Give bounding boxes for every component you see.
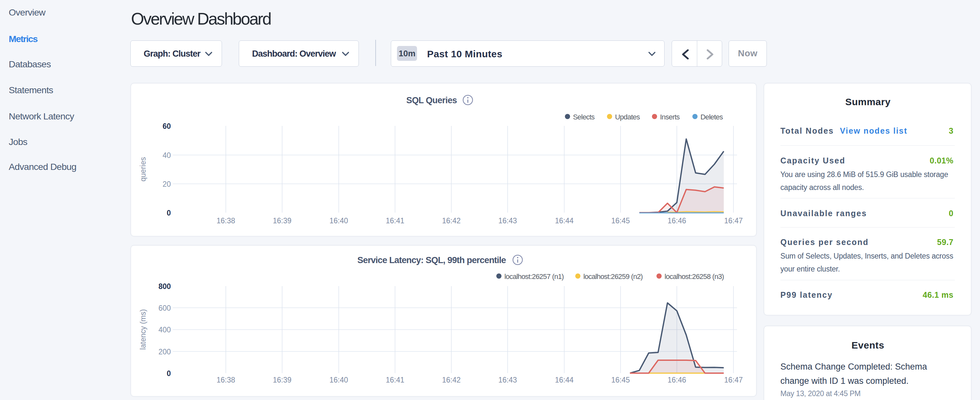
svg-text:queries: queries <box>139 157 147 181</box>
svg-text:800: 800 <box>159 282 171 291</box>
svg-text:16:46: 16:46 <box>667 376 686 384</box>
svg-text:16:41: 16:41 <box>386 376 404 384</box>
svg-text:latency (ms): latency (ms) <box>139 309 147 349</box>
svg-text:localhost:26258 (n3): localhost:26258 (n3) <box>665 273 724 280</box>
svg-text:20: 20 <box>162 180 171 188</box>
svg-text:16:40: 16:40 <box>329 376 348 384</box>
svg-text:40: 40 <box>162 151 171 159</box>
svg-text:localhost:26257 (n1): localhost:26257 (n1) <box>504 273 563 280</box>
svg-text:16:38: 16:38 <box>216 217 235 225</box>
svg-text:16:44: 16:44 <box>555 376 574 384</box>
svg-text:Selects: Selects <box>573 113 595 121</box>
svg-text:16:39: 16:39 <box>273 217 291 225</box>
svg-text:400: 400 <box>159 325 171 334</box>
svg-text:16:38: 16:38 <box>216 376 235 384</box>
svg-text:60: 60 <box>162 122 171 131</box>
svg-text:Deletes: Deletes <box>700 113 723 121</box>
svg-text:16:42: 16:42 <box>442 376 461 384</box>
svg-text:Service Latency: SQL, 99th per: Service Latency: SQL, 99th percentile <box>358 255 506 265</box>
svg-text:600: 600 <box>159 304 171 312</box>
svg-text:16:41: 16:41 <box>386 217 404 225</box>
svg-text:localhost:26259 (n2): localhost:26259 (n2) <box>583 273 643 280</box>
svg-text:Inserts: Inserts <box>660 113 680 121</box>
svg-text:16:43: 16:43 <box>498 376 517 384</box>
svg-text:Updates: Updates <box>615 113 640 121</box>
svg-text:200: 200 <box>159 347 171 356</box>
svg-text:SQL Queries: SQL Queries <box>406 96 457 105</box>
svg-text:16:44: 16:44 <box>555 217 574 225</box>
svg-text:0: 0 <box>167 209 171 217</box>
svg-text:0: 0 <box>167 369 171 378</box>
svg-text:16:47: 16:47 <box>724 217 743 225</box>
svg-text:16:39: 16:39 <box>273 376 291 384</box>
svg-text:16:45: 16:45 <box>611 376 630 384</box>
svg-text:16:47: 16:47 <box>724 376 743 384</box>
svg-text:16:46: 16:46 <box>667 217 686 225</box>
svg-text:16:40: 16:40 <box>329 217 348 225</box>
svg-text:16:45: 16:45 <box>611 217 630 225</box>
svg-text:16:42: 16:42 <box>442 217 461 225</box>
svg-text:16:43: 16:43 <box>498 217 517 225</box>
